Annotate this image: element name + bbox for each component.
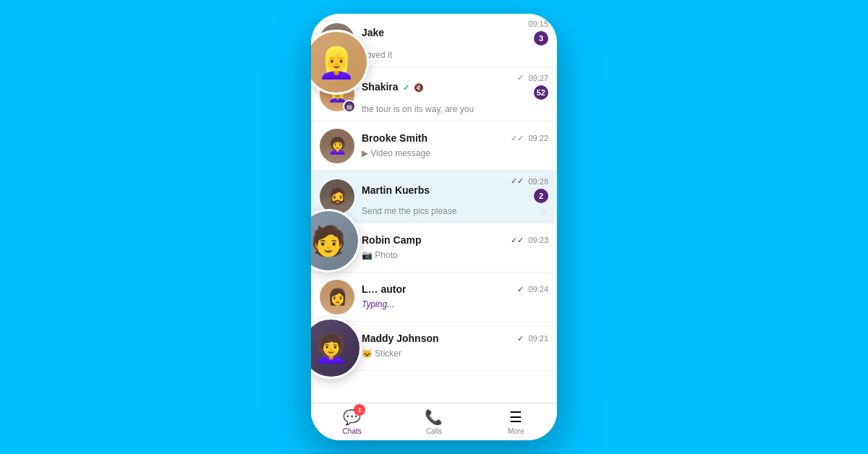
list-item[interactable]: 👩‍🦱 Brooke Smith ✓✓ 09:22 ▶ Video messag… — [311, 121, 557, 171]
star-icon: ☆ — [539, 205, 548, 217]
check-icon: ✓✓ — [511, 176, 524, 186]
unread-badge: 3 — [534, 31, 548, 46]
chat-time: 09:21 — [528, 334, 548, 343]
verified-icon: ✓ — [403, 83, 409, 92]
phone-screen: 🧁 Jake 09:15 3 Loved it 👱‍♀️ — [311, 14, 557, 440]
bot-badge: 🤖 — [343, 100, 356, 113]
chat-time: 09:24 — [528, 285, 548, 294]
nav-item-chats[interactable]: 💬 1 Chats — [311, 403, 393, 440]
chat-name: Brooke Smith — [362, 132, 427, 144]
chat-time: 09:28 — [528, 177, 548, 186]
chat-name: Shakira ✓ 🔇 — [362, 81, 424, 93]
nav-chats-label: Chats — [343, 427, 362, 435]
unread-badge: 52 — [534, 85, 548, 100]
chat-preview: 📷 Photo — [362, 250, 398, 260]
mute-icon: 🔇 — [414, 83, 424, 92]
chat-preview: 🐱 Sticker — [362, 348, 401, 359]
check-icon: ✓ — [517, 334, 524, 343]
nav-chats-badge: 1 — [354, 404, 365, 416]
calls-icon: 📞 — [425, 408, 443, 426]
nav-calls-label: Calls — [426, 427, 442, 435]
check-icon: ✓ — [517, 285, 524, 294]
avatar: 👩 — [320, 280, 354, 314]
bottom-nav: 💬 1 Chats 📞 Calls ☰ More — [311, 403, 557, 440]
chat-preview: ▶ Video message — [362, 148, 430, 158]
chat-time: 09:15 — [528, 20, 548, 28]
chat-content: L… autor ✓ 09:24 Typing... — [362, 283, 548, 310]
chat-name: L… autor — [362, 283, 406, 295]
chat-content: Robin Camp ✓✓ 09:23 📷 Photo — [362, 234, 548, 261]
chat-content: Maddy Johnson ✓ 09:21 🐱 Sticker — [362, 333, 548, 359]
check-icon: ✓✓ — [511, 134, 524, 143]
chat-content: Martin Kuerbs ✓✓ 09:28 2 Send me the pic… — [362, 176, 548, 217]
chat-name: Robin Camp — [362, 234, 421, 246]
unread-badge: 2 — [534, 189, 548, 203]
nav-item-more[interactable]: ☰ More — [475, 403, 557, 440]
check-icon: ✓✓ — [511, 236, 524, 245]
nav-item-calls[interactable]: 📞 Calls — [393, 403, 475, 440]
chat-time: 09:23 — [528, 236, 548, 244]
chat-preview: Typing... — [362, 299, 394, 309]
more-icon: ☰ — [509, 408, 522, 426]
list-item[interactable]: 👩 L… autor ✓ 09:24 Typing... — [311, 273, 557, 322]
chat-content: Shakira ✓ 🔇 ✓ 09:27 52 the tour is — [362, 73, 548, 115]
chat-content: Jake 09:15 3 Loved it — [362, 20, 548, 61]
phone-container: 🧁 Jake 09:15 3 Loved it 👱‍♀️ — [311, 14, 557, 440]
avatar: 👩‍🦱 — [320, 129, 354, 163]
chat-preview: Send me the pics please — [362, 206, 456, 216]
chat-preview: the tour is on its way, are you — [362, 104, 474, 114]
chat-time: 09:27 — [528, 74, 548, 82]
chat-name: Maddy Johnson — [362, 333, 439, 344]
chat-name: Martin Kuerbs — [362, 184, 430, 196]
chat-content: Brooke Smith ✓✓ 09:22 ▶ Video message — [362, 132, 548, 159]
nav-more-label: More — [508, 427, 524, 435]
chat-time: 09:22 — [528, 134, 548, 142]
check-icon: ✓ — [517, 73, 524, 82]
chat-name: Jake — [362, 27, 384, 38]
chat-list: 🧁 Jake 09:15 3 Loved it 👱‍♀️ — [311, 14, 557, 403]
